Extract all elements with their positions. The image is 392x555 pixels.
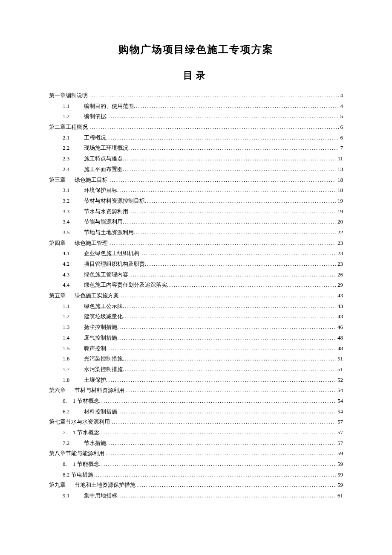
toc-section-title: 土壤保护 (84, 375, 106, 386)
toc-chapter-number: 第八章 (49, 448, 66, 459)
toc-leader-dots (117, 185, 336, 196)
toc-section-title: 施工特点与难点 (84, 154, 123, 164)
toc-chapter-number: 第二章 (49, 122, 66, 133)
toc-page-number: 59 (336, 470, 343, 480)
toc-chapter-row: 第四章绿色施工管理23 (49, 238, 343, 249)
toc-section-number: 7.2 (63, 438, 84, 449)
toc-section-number: 2.1 (63, 133, 84, 143)
toc-page-number: 6 (339, 122, 343, 133)
toc-section-row: 9.1集中用地指标61 (49, 491, 343, 501)
toc-page-number: 4 (339, 90, 343, 101)
toc-section-row: 3.1环境保护目标18 (49, 185, 343, 196)
toc-section-row: 1.6光污染控制措施51 (49, 354, 343, 364)
toc-leader-dots (123, 301, 336, 312)
toc-section-number: 3.2 (63, 196, 84, 206)
toc-leader-dots (145, 259, 336, 270)
toc-leader-dots (123, 217, 336, 227)
toc-leader-dots (89, 122, 339, 133)
toc-leader-dots (126, 385, 336, 396)
toc-section-title: 节能与能源利用 (84, 217, 123, 227)
toc-section-row: 7.2节水措施57 (49, 438, 343, 449)
toc-section-row: 1.2建筑垃圾减量化43 (49, 311, 343, 322)
toc-page-number: 51 (336, 364, 343, 375)
toc-page-number: 52 (336, 375, 343, 386)
toc-section-row: 4.4绿色施工内容责任划分及追踪落实29 (49, 280, 343, 291)
toc-section-number: 6.2 (63, 407, 84, 417)
toc-section-row: 6.1 节材概念54 (49, 396, 343, 407)
toc-chapter-title: 绿色施工实施方案 (75, 291, 119, 301)
toc-leader-dots (123, 311, 336, 322)
toc-heading: 目录 (49, 69, 343, 82)
toc-section-row: 3.4节能与能源利用20 (49, 217, 343, 227)
toc-page-number: 13 (336, 164, 343, 175)
toc-page-number: 51 (336, 354, 343, 364)
toc-section-title: 编制依据 (84, 111, 106, 122)
toc-page-number: 29 (336, 280, 343, 291)
toc-chapter-title: 绿色施工目标 (75, 175, 108, 186)
toc-leader-dots (123, 164, 336, 175)
toc-page-number: 59 (336, 459, 343, 470)
toc-section-title: 绿色施工管理内容 (84, 270, 128, 280)
toc-section-number: 1.4 (63, 333, 84, 343)
toc-section-title: 材料控制措施 (84, 407, 117, 417)
table-of-contents: 第一章编制说明41.1编制目的、使用范围41.2编制依据5第二章工程概况62.1… (49, 90, 343, 501)
toc-section-title: 企业绿色施工组织机构 (84, 248, 139, 259)
toc-section-row: 2.2现场施工环境概况7 (49, 143, 343, 154)
toc-section-row: 1.4废气控制措施48 (49, 333, 343, 343)
toc-section-row: 7.1 节水概念57 (49, 427, 343, 438)
toc-section-title: 水污染控制措施 (84, 364, 123, 375)
toc-leader-dots (134, 227, 336, 238)
toc-chapter-title: 编制说明 (66, 90, 88, 101)
toc-section-number: 2.3 (63, 154, 84, 164)
toc-section-number: 2.2 (63, 143, 84, 154)
toc-leader-dots (110, 238, 336, 249)
toc-chapter-title: 节地和土地资源保护措施 (75, 480, 135, 491)
toc-chapter-number: 第六章 (49, 385, 75, 396)
toc-page-number: 54 (336, 385, 343, 396)
toc-section-number: 1.2 (63, 111, 84, 122)
toc-section-row: 8.1 节能概念59 (49, 459, 343, 470)
toc-leader-dots (134, 101, 339, 112)
toc-section-row: 1.1编制目的、使用范围4 (49, 101, 343, 112)
toc-section-number: 8. (63, 459, 67, 470)
toc-page-number: 19 (336, 206, 343, 217)
toc-section-title: 编制目的、使用范围 (84, 101, 134, 112)
toc-page-number: 61 (336, 491, 343, 501)
toc-section-number: 4.2 (63, 259, 84, 270)
toc-section-row: 4.2项目管理组织机构及职责23 (49, 259, 343, 270)
toc-section-title: 扬尘控制措施 (84, 322, 117, 333)
toc-section-number: 3.1 (63, 185, 84, 196)
toc-chapter-number: 第九章 (49, 480, 75, 491)
toc-chapter-title: 节能与能源利用 (66, 448, 104, 459)
toc-page-number: 18 (336, 185, 343, 196)
toc-section-number: 1.1 (63, 101, 84, 112)
toc-chapter-row: 第九章节地和土地资源保护措施59 (49, 480, 343, 491)
toc-section-title: 1 节能概念 (73, 459, 99, 470)
toc-leader-dots (128, 270, 336, 280)
toc-section-row: 6.2材料控制措施54 (49, 407, 343, 417)
toc-section-row: 3.3节水与水资源利用19 (49, 206, 343, 217)
toc-page-number: 57 (336, 417, 343, 427)
toc-leader-dots (106, 448, 336, 459)
toc-page-number: 4 (339, 101, 343, 112)
toc-section-row: 1.3扬尘控制措施46 (49, 322, 343, 333)
toc-section-title: 施工平面布置图 (84, 164, 123, 175)
toc-section-row: 1.2编制依据5 (49, 111, 343, 122)
toc-section-title: 建筑垃圾减量化 (84, 311, 123, 322)
toc-section-row: 1.5噪声控制48 (49, 343, 343, 354)
toc-page-number: 59 (336, 448, 343, 459)
toc-section-title: 节材与材料资源控制目标 (84, 196, 145, 206)
toc-section-title: 光污染控制措施 (84, 354, 123, 364)
toc-page-number: 23 (336, 248, 343, 259)
toc-section-number: 1.3 (63, 322, 84, 333)
toc-chapter-title: 节水与水资源利用 (66, 417, 110, 427)
toc-section-number: 1.5 (63, 343, 84, 354)
toc-leader-dots (89, 90, 339, 101)
toc-page-number: 23 (336, 238, 343, 249)
toc-section-title: 节地与土地资源利用 (84, 227, 134, 238)
toc-chapter-row: 第五章绿色施工实施方案43 (49, 291, 343, 301)
toc-section-title: 节水措施 (84, 438, 106, 449)
toc-section-number: 8.2 (63, 470, 69, 480)
toc-section-row: 1.7水污染控制措施51 (49, 364, 343, 375)
toc-section-title: 废气控制措施 (84, 333, 117, 343)
